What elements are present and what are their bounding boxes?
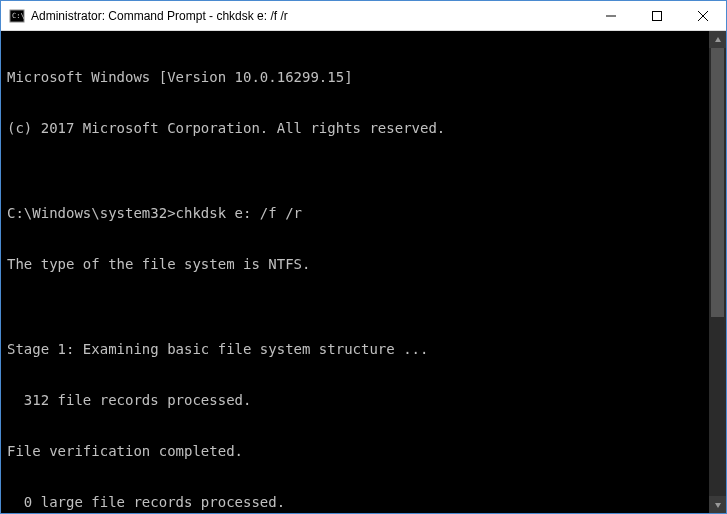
output-line: 0 large file records processed. bbox=[7, 494, 709, 511]
window-controls bbox=[588, 1, 726, 30]
scrollbar-thumb[interactable] bbox=[711, 48, 724, 317]
scroll-down-button[interactable] bbox=[709, 496, 726, 513]
output-line: (c) 2017 Microsoft Corporation. All righ… bbox=[7, 120, 709, 137]
vertical-scrollbar[interactable] bbox=[709, 31, 726, 513]
client-area: Microsoft Windows [Version 10.0.16299.15… bbox=[1, 31, 726, 513]
app-icon: C:\ bbox=[9, 8, 25, 24]
scrollbar-track[interactable] bbox=[709, 48, 726, 496]
terminal-output[interactable]: Microsoft Windows [Version 10.0.16299.15… bbox=[1, 31, 709, 513]
output-line: The type of the file system is NTFS. bbox=[7, 256, 709, 273]
svg-marker-6 bbox=[715, 37, 721, 42]
prompt-line: C:\Windows\system32>chkdsk e: /f /r bbox=[7, 205, 709, 222]
window-titlebar: C:\ Administrator: Command Prompt - chkd… bbox=[1, 1, 726, 31]
output-line: Stage 1: Examining basic file system str… bbox=[7, 341, 709, 358]
svg-rect-3 bbox=[653, 11, 662, 20]
output-line: Microsoft Windows [Version 10.0.16299.15… bbox=[7, 69, 709, 86]
output-line: 312 file records processed. bbox=[7, 392, 709, 409]
window-title: Administrator: Command Prompt - chkdsk e… bbox=[31, 9, 588, 23]
maximize-button[interactable] bbox=[634, 1, 680, 30]
close-button[interactable] bbox=[680, 1, 726, 30]
scroll-up-button[interactable] bbox=[709, 31, 726, 48]
minimize-button[interactable] bbox=[588, 1, 634, 30]
svg-marker-7 bbox=[715, 503, 721, 508]
svg-text:C:\: C:\ bbox=[12, 12, 25, 20]
output-line: File verification completed. bbox=[7, 443, 709, 460]
